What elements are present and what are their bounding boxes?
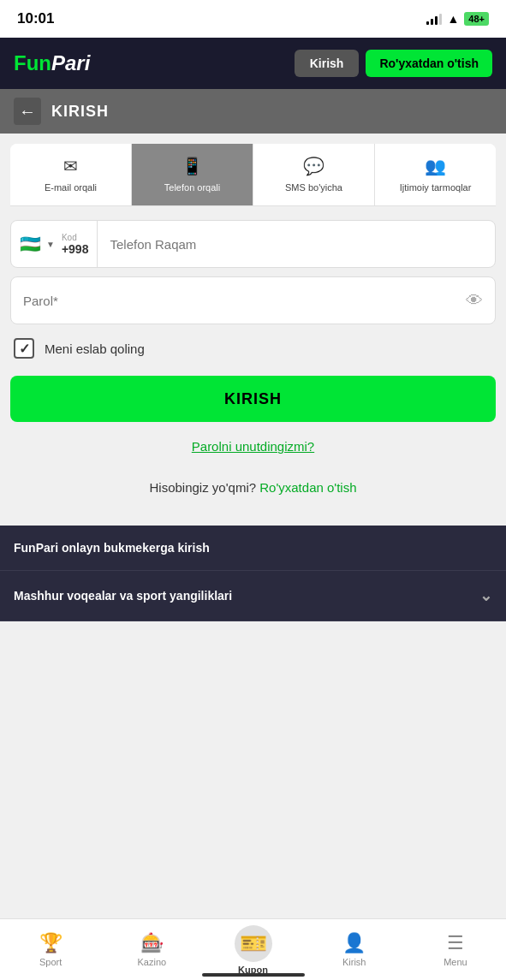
wifi-icon: ▲ [447, 12, 459, 26]
chevron-down-icon: ▼ [46, 240, 55, 249]
header-buttons: Kirish Ro'yxatdan o'tish [295, 50, 492, 77]
ticket-icon: 🎫 [235, 925, 272, 962]
accordion-title-0: FunPari onlayn bukmekerga kirish [14, 541, 210, 555]
kod-label-text: Kod [62, 233, 89, 242]
home-indicator [202, 973, 305, 977]
social-icon: 👥 [425, 156, 446, 176]
nav-kirish-label: Kirish [342, 957, 366, 967]
page-title: KIRISH [51, 103, 109, 121]
chevron-down-icon: ⌄ [479, 586, 492, 605]
country-selector[interactable]: 🇺🇿 ▼ Kod +998 [11, 221, 98, 267]
country-code-value: +998 [62, 242, 89, 256]
tab-phone[interactable]: 📱 Telefon orqali [132, 144, 253, 205]
status-bar: 10:01 ▲ 48+ [0, 0, 506, 38]
menu-icon: ☰ [447, 932, 464, 954]
nav-sport-label: Sport [39, 957, 62, 967]
app-logo: FunPari [14, 51, 90, 75]
bottom-navigation: 🏆 Sport 🎰 Kazino 🎫 Kupon 👤 Kirish ☰ Menu [0, 918, 506, 980]
accordion-section: FunPari onlayn bukmekerga kirish Mashhur… [0, 526, 506, 621]
nav-kupon[interactable]: 🎫 Kupon [202, 919, 303, 973]
header-login-button[interactable]: Kirish [295, 50, 360, 77]
accordion-item-0: FunPari onlayn bukmekerga kirish [0, 526, 506, 571]
tab-sms[interactable]: 💬 SMS bo'yicha [253, 144, 375, 205]
accordion-header-1[interactable]: Mashhur voqealar va sport yangiliklari ⌄ [0, 571, 506, 621]
tab-sms-label: SMS bo'yicha [285, 181, 342, 193]
sms-icon: 💬 [303, 156, 324, 176]
checkmark-icon: ✓ [19, 341, 30, 357]
header-register-button[interactable]: Ro'yxatdan o'tish [366, 50, 492, 77]
login-form: 🇺🇿 ▼ Kod +998 👁 ✓ Meni eslab qoling KIRI… [0, 206, 506, 526]
page-title-bar: ← KIRISH [0, 89, 506, 134]
forgot-password-link[interactable]: Parolni unutdingizmi? [192, 439, 314, 454]
logo-pari: Pari [51, 51, 90, 74]
tab-phone-label: Telefon orqali [164, 181, 220, 193]
country-flag: 🇺🇿 [20, 234, 41, 254]
accordion-title-1: Mashhur voqealar va sport yangiliklari [14, 589, 232, 603]
user-icon: 👤 [342, 932, 366, 954]
remember-me-row: ✓ Meni eslab qoling [10, 338, 496, 359]
country-code-display: Kod +998 [62, 233, 89, 256]
nav-kirish[interactable]: 👤 Kirish [304, 919, 405, 973]
logo-fun: Fun [14, 51, 51, 74]
status-icons: ▲ 48+ [426, 12, 489, 26]
tab-social-label: Ijtimoiy tarmoqlar [400, 181, 472, 193]
nav-kazino-label: Kazino [137, 957, 166, 967]
email-icon: ✉ [63, 156, 78, 176]
register-link[interactable]: Ro'yxatdan o'tish [259, 480, 356, 495]
accordion-header-0[interactable]: FunPari onlayn bukmekerga kirish [0, 526, 506, 570]
tab-email[interactable]: ✉ E-mail orqali [10, 144, 132, 205]
accordion-item-1: Mashhur voqealar va sport yangiliklari ⌄ [0, 571, 506, 621]
phone-field-row: 🇺🇿 ▼ Kod +998 [10, 220, 496, 268]
register-hint-row: Hisobingiz yo'qmi? Ro'yxatdan o'tish [10, 480, 496, 495]
phone-icon: 📱 [182, 156, 203, 176]
phone-input[interactable] [98, 221, 495, 267]
casino-icon: 🎰 [140, 932, 164, 954]
nav-sport[interactable]: 🏆 Sport [0, 919, 101, 973]
signal-icon [426, 13, 442, 25]
nav-menu[interactable]: ☰ Menu [405, 919, 506, 973]
password-input[interactable] [23, 294, 466, 308]
back-button[interactable]: ← [14, 98, 41, 125]
login-method-tabs: ✉ E-mail orqali 📱 Telefon orqali 💬 SMS b… [10, 144, 496, 206]
trophy-icon: 🏆 [39, 932, 63, 954]
toggle-password-icon[interactable]: 👁 [466, 291, 483, 311]
register-hint-text: Hisobingiz yo'qmi? [149, 480, 256, 495]
password-field-row: 👁 [10, 276, 496, 324]
remember-me-label: Meni eslab qoling [45, 342, 145, 356]
login-button[interactable]: KIRISH [10, 376, 496, 422]
tab-email-label: E-mail orqali [45, 181, 97, 193]
app-header: FunPari Kirish Ro'yxatdan o'tish [0, 38, 506, 89]
nav-menu-label: Menu [443, 957, 467, 967]
forgot-password-link-container: Parolni unutdingizmi? [10, 439, 496, 454]
nav-kazino[interactable]: 🎰 Kazino [101, 919, 202, 973]
tab-social[interactable]: 👥 Ijtimoiy tarmoqlar [375, 144, 496, 205]
battery-indicator: 48+ [464, 12, 489, 26]
remember-me-checkbox[interactable]: ✓ [14, 338, 34, 359]
status-time: 10:01 [17, 10, 54, 27]
